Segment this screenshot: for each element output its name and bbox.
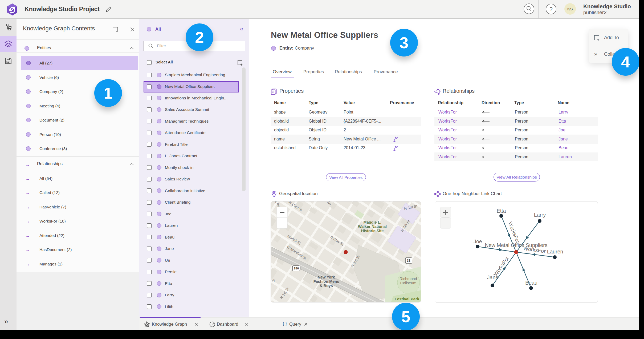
- svg-text:Beau: Beau: [525, 280, 537, 286]
- svg-text:Richmond: Richmond: [400, 277, 417, 281]
- svg-text:Festival Park: Festival Park: [395, 297, 419, 301]
- svg-text:Walker National: Walker National: [358, 224, 387, 229]
- svg-text:WorksFor: WorksFor: [492, 255, 510, 277]
- svg-text:33: 33: [407, 259, 411, 263]
- svg-text:Etta: Etta: [497, 208, 506, 214]
- svg-text:Coliseum: Coliseum: [400, 281, 416, 285]
- svg-text:Lauren: Lauren: [547, 249, 563, 255]
- svg-text:Maggie L.: Maggie L.: [364, 220, 381, 224]
- svg-text:250: 250: [294, 267, 299, 270]
- svg-text:Historic Site: Historic Site: [361, 229, 384, 233]
- svg-text:Joe: Joe: [474, 239, 482, 244]
- svg-text:& Boys: & Boys: [320, 284, 333, 288]
- svg-text:Fashion Mens: Fashion Mens: [313, 279, 339, 284]
- svg-text:WorksFor: WorksFor: [507, 221, 521, 244]
- svg-text:New York: New York: [318, 275, 335, 279]
- svg-text:?: ?: [549, 6, 553, 12]
- svg-text:Larry: Larry: [534, 212, 546, 218]
